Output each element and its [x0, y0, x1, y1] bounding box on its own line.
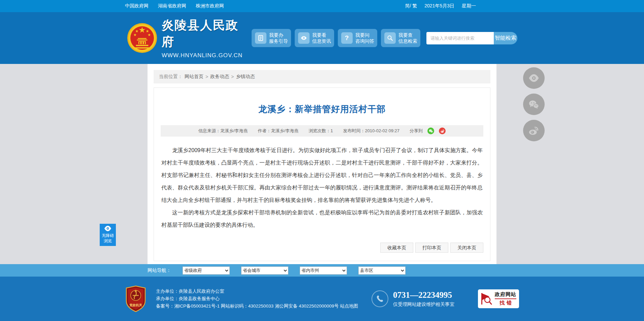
meta-publish-time: 发布时间：2010-02-02 09:27: [343, 128, 399, 134]
action-label: 我要查: [398, 32, 413, 38]
link-zhuzhou-gov[interactable]: 株洲市政府网: [196, 3, 224, 9]
site-search: 智能检索: [426, 32, 517, 44]
phone-note: 仅受理网站建设维护相关事宜: [393, 301, 454, 308]
site-title: 炎陵县人民政府: [162, 17, 244, 50]
footer-info: 主办单位：炎陵县人民政府办公室 承办单位：炎陵县政务服务中心 备案号：湘ICP备…: [156, 288, 358, 310]
main-content: 当前位置： 网站首页 > 政务动态 > 乡镇动态 龙溪乡：新举措管好用活村干部 …: [148, 64, 496, 267]
gov-site-error-report-button[interactable]: 政府网站 找错: [478, 289, 519, 308]
wechat-icon: [528, 99, 540, 109]
breadcrumb: 当前位置： 网站首页 > 政务动态 > 乡镇动态: [154, 70, 490, 83]
breadcrumb-label: 当前位置：: [159, 74, 183, 80]
site-header: 炎陵县人民政府 WWW.HNYANLING.GOV.CN 我要办服务引导 我要看…: [0, 12, 644, 64]
province-gov-select[interactable]: 省级政府: [183, 266, 230, 275]
weibo-button[interactable]: [523, 120, 545, 141]
footer-organizer-line: 承办单位：炎陵县政务服务中心: [156, 295, 358, 302]
article-paragraph: 这一新的考核方式是龙溪乡探索村干部培养机制的全新尝试，也是积极响应以李晖书记为首…: [161, 206, 483, 231]
accessibility-browse-button[interactable]: 无障碍 浏览: [100, 224, 116, 246]
action-sublabel: 信息资讯: [312, 38, 331, 44]
search-icon: [384, 32, 396, 44]
site-logo[interactable]: 炎陵县人民政府 WWW.HNYANLING.GOV.CN: [127, 17, 244, 59]
meta-views: 浏览次数：1: [309, 128, 333, 134]
breadcrumb-home[interactable]: 网站首页: [185, 74, 203, 80]
county-select[interactable]: 县市区: [358, 266, 406, 275]
meta-author: 作者：龙溪乡/李海燕: [258, 128, 299, 134]
article-actions: 收藏本页 打印本页 关闭本页: [161, 243, 483, 253]
service-phone-number: 0731—22234995: [393, 290, 454, 300]
error-badge-title: 政府网站: [495, 291, 516, 299]
close-page-button[interactable]: 关闭本页: [450, 243, 483, 253]
footer-icp-line: 备案号：湘ICP备05003421号-1 网站标识码：4302250033 湘公…: [156, 302, 358, 310]
action-sublabel: 服务引导: [269, 38, 288, 44]
floating-sidebar: [523, 67, 545, 141]
national-emblem-icon: [127, 23, 158, 54]
eye-icon: [104, 225, 112, 231]
article-title: 龙溪乡：新举措管好用活村干部: [161, 103, 483, 115]
link-china-gov[interactable]: 中国政府网: [125, 3, 149, 9]
footer-host-line: 主办单位：炎陵县人民政府办公室: [156, 288, 358, 295]
eye-icon: [298, 32, 310, 44]
document-icon: [255, 32, 266, 44]
date-label: 2021年5月3日: [424, 3, 454, 9]
capital-city-select[interactable]: 省会城市: [241, 266, 288, 275]
top-bar: 中国政府网 湖南省政府网 株洲市政府网 简/ 繁 2021年5月3日 星期一: [0, 0, 644, 12]
breadcrumb-zhengwu[interactable]: 政务动态: [210, 74, 229, 80]
action-label: 我要问: [355, 32, 369, 38]
error-badge-subtitle: 找错: [497, 300, 514, 306]
action-news-button[interactable]: 我要看信息资讯: [295, 29, 334, 47]
action-query-button[interactable]: 我要查信息检索: [381, 29, 420, 47]
phone-icon: [372, 290, 388, 307]
smart-search-button[interactable]: 智能检索: [494, 32, 517, 44]
accessibility-label-line2: 浏览: [100, 238, 116, 244]
meta-source: 信息来源：龙溪乡/李海燕: [198, 128, 248, 134]
svg-text:党政机关: 党政机关: [129, 303, 142, 307]
weekday-label: 星期一: [462, 3, 476, 9]
sitemap-link[interactable]: 站点地图: [340, 304, 358, 309]
site-nav-band: 网站导航： 省级政府 省会城市 省内市州 县市区: [0, 264, 644, 277]
breadcrumb-separator: >: [205, 74, 208, 79]
article-body: 龙溪乡2009年村三大主干年度绩效考核于近日进行。为切实做好此项工作，班子成员专…: [161, 144, 483, 231]
action-ask-button[interactable]: ? 我要问咨询问答: [338, 29, 377, 47]
gov-links: 中国政府网 湖南省政府网 株洲市政府网: [125, 3, 224, 9]
eye-icon: [528, 74, 540, 82]
wechat-share-icon[interactable]: [427, 128, 434, 134]
print-page-button[interactable]: 打印本页: [415, 243, 448, 253]
favorite-page-button[interactable]: 收藏本页: [380, 243, 413, 253]
weibo-share-icon[interactable]: [439, 128, 446, 134]
breadcrumb-separator: >: [231, 74, 234, 79]
share-label: 分享到: [410, 128, 423, 134]
article-card: 龙溪乡：新举措管好用活村干部 信息来源：龙溪乡/李海燕 作者：龙溪乡/李海燕 浏…: [154, 87, 490, 261]
header-quick-actions: 我要办服务引导 我要看信息资讯 ? 我要问咨询问答 我要查信息检索: [252, 29, 420, 47]
breadcrumb-xiangzhen[interactable]: 乡镇动态: [236, 74, 255, 80]
action-label: 我要办: [269, 32, 283, 38]
province-city-select[interactable]: 省内市州: [300, 266, 347, 275]
question-icon: ?: [341, 32, 353, 44]
link-hunan-gov[interactable]: 湖南省政府网: [158, 3, 186, 9]
weibo-icon: [528, 126, 540, 136]
site-footer: 党政机关 主办单位：炎陵县人民政府办公室 承办单位：炎陵县政务服务中心 备案号：…: [0, 277, 644, 321]
error-report-flag-icon: [481, 292, 492, 305]
site-url: WWW.HNYANLING.GOV.CN: [162, 52, 244, 59]
search-input[interactable]: [426, 32, 494, 44]
site-nav-label: 网站导航：: [148, 268, 171, 274]
article-paragraph: 龙溪乡2009年村三大主干年度绩效考核于近日进行。为切实做好此项工作，班子成员专…: [161, 144, 483, 206]
action-sublabel: 信息检索: [398, 38, 417, 44]
accessibility-label-line1: 无障碍: [100, 233, 116, 238]
party-gov-badge-icon[interactable]: 党政机关: [125, 285, 147, 312]
wechat-button[interactable]: [523, 94, 545, 115]
article-meta-bar: 信息来源：龙溪乡/李海燕 作者：龙溪乡/李海燕 浏览次数：1 发布时间：2010…: [161, 125, 483, 137]
action-sublabel: 咨询问答: [355, 38, 374, 44]
footer-phone-block: 0731—22234995 仅受理网站建设维护相关事宜: [372, 290, 454, 308]
view-mode-button[interactable]: [523, 67, 545, 89]
lang-toggle[interactable]: 简/ 繁: [405, 3, 417, 9]
action-label: 我要看: [312, 32, 326, 38]
action-service-guide-button[interactable]: 我要办服务引导: [252, 29, 291, 47]
